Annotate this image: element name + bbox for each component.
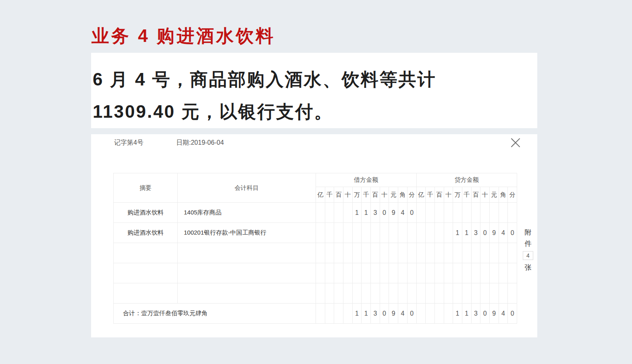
debit-digit-cell [407,223,416,243]
debit-digit-unit: 十 [343,187,353,203]
account-cell [178,283,316,304]
debit-digit-unit: 千 [325,187,334,203]
credit-digit-unit: 十 [444,187,453,203]
credit-digit-unit: 百 [471,187,480,203]
credit-digit-cell [416,283,426,304]
debit-digit-cell [334,243,343,263]
credit-digit-unit: 角 [499,187,508,203]
debit-digit-cell [371,223,380,243]
debit-digit-cell [316,203,325,223]
debit-digit-cell: 9 [389,304,398,324]
credit-digit-cell [480,203,490,223]
credit-digit-cell: 4 [499,304,508,324]
credit-digit-unit: 千 [426,187,435,203]
credit-digit-cell [416,223,426,243]
credit-digit-cell [416,243,426,263]
debit-digit-cell [389,223,398,243]
debit-digit-unit: 万 [352,187,362,203]
debit-digit-cell [343,223,353,243]
debit-digit-cell: 0 [380,203,389,223]
debit-digit-cell [389,283,398,304]
credit-digit-cell: 3 [471,304,480,324]
credit-digit-cell [471,263,480,283]
credit-digit-cell [480,243,490,263]
credit-digit-cell: 0 [508,304,517,324]
close-icon[interactable] [510,137,521,148]
credit-digit-unit: 元 [489,187,499,203]
credit-digit-cell [444,304,453,324]
voucher-entry-row [114,283,517,304]
debit-digit-cell [343,203,353,223]
debit-digit-cell: 0 [380,304,389,324]
voucher-entry-row [114,243,517,263]
credit-digit-cell [508,283,517,304]
credit-digit-cell [426,243,435,263]
credit-digit-cell: 1 [462,304,471,324]
attachment-label-1: 附 [521,227,535,238]
debit-digit-cell [362,223,371,243]
debit-digit-unit: 亿 [316,187,325,203]
debit-digit-cell [325,304,334,324]
account-cell: 100201银行存款-中国工商银行 [178,223,316,243]
credit-digit-unit: 亿 [416,187,426,203]
debit-digit-cell [352,243,362,263]
credit-digit-cell [462,283,471,304]
account-cell [178,263,316,283]
debit-digit-cell [325,203,334,223]
summary-cell [114,243,178,263]
debit-digit-cell: 9 [389,203,398,223]
debit-digit-cell: 4 [398,304,407,324]
credit-digit-cell [480,263,490,283]
debit-digit-cell [398,263,407,283]
debit-digit-cell [362,263,371,283]
debit-digit-unit: 百 [334,187,343,203]
credit-digit-cell [434,304,444,324]
debit-digit-cell [343,263,353,283]
debit-digit-cell [407,283,416,304]
credit-digit-cell: 3 [471,223,480,243]
account-column-header: 会计科目 [178,173,316,203]
credit-digit-cell [416,203,426,223]
credit-digit-unit: 千 [462,187,471,203]
voucher-number: 记字第4号 [114,139,143,147]
credit-digit-cell [499,283,508,304]
debit-digit-cell [407,243,416,263]
debit-digit-cell [343,304,353,324]
debit-digit-cell [334,223,343,243]
attachment-unit: 张 [521,262,535,273]
credit-digit-cell [416,304,426,324]
credit-digit-cell [434,223,444,243]
credit-digit-cell [444,243,453,263]
credit-digit-cell [508,203,517,223]
debit-digit-cell [371,243,380,263]
debit-digit-cell: 1 [352,304,362,324]
attachment-block: 附 件 4 张 [521,227,535,273]
debit-digit-cell [316,283,325,304]
debit-digit-cell [389,243,398,263]
credit-digit-cell [471,243,480,263]
voucher-modal: 记字第4号 日期:2019-06-04 摘要 会计科目 借方金额 贷方金额 亿千… [91,134,537,337]
debit-digit-cell [371,263,380,283]
page-title: 业务 4 购进酒水饮料 [91,24,275,48]
debit-digit-cell [325,263,334,283]
debit-digit-unit: 百 [371,187,380,203]
attachment-count-input[interactable]: 4 [523,251,533,260]
debit-digit-cell [325,223,334,243]
debit-digit-cell [334,283,343,304]
debit-digit-cell: 1 [362,304,371,324]
voucher-entry-row: 购进酒水饮料1405库存商品1130940 [114,203,517,223]
debit-digit-cell [325,283,334,304]
credit-digit-cell [426,304,435,324]
credit-digit-cell: 9 [489,304,499,324]
account-cell: 1405库存商品 [178,203,316,223]
credit-digit-cell [489,243,499,263]
credit-digit-cell [426,203,435,223]
credit-digit-cell [489,263,499,283]
credit-digit-cell [499,263,508,283]
credit-digit-cell [434,263,444,283]
credit-digit-cell [508,243,517,263]
summary-cell: 购进酒水饮料 [114,223,178,243]
debit-digit-cell: 1 [362,203,371,223]
debit-digit-cell [362,283,371,304]
debit-digit-cell [334,203,343,223]
